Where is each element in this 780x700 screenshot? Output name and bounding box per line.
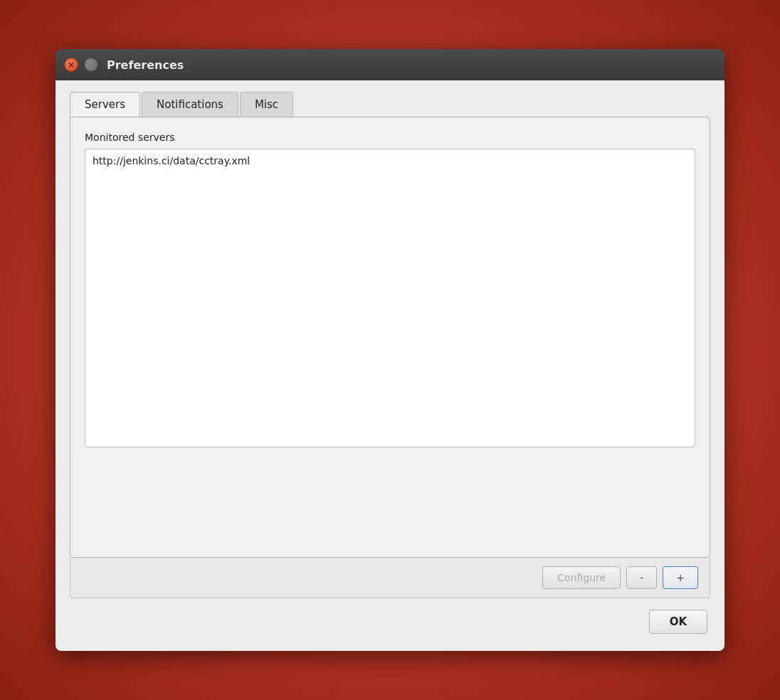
minimize-button[interactable]: [84, 58, 98, 72]
window-body: Servers Notifications Misc Monitored ser…: [56, 80, 724, 651]
add-button[interactable]: +: [663, 566, 698, 589]
configure-button[interactable]: Configure: [542, 566, 621, 589]
window-title: Preferences: [107, 58, 184, 72]
tab-content-servers: Monitored servers: [70, 117, 710, 558]
tab-servers[interactable]: Servers: [70, 92, 140, 117]
titlebar: × Preferences: [56, 49, 724, 80]
action-buttons-bar: Configure - +: [70, 558, 710, 598]
tabs-bar: Servers Notifications Misc: [70, 92, 710, 117]
ok-bar: OK: [70, 598, 710, 637]
ok-button[interactable]: OK: [649, 610, 707, 634]
preferences-window: × Preferences Servers Notifications Misc…: [56, 49, 724, 651]
servers-textarea[interactable]: [85, 149, 695, 447]
close-button[interactable]: ×: [64, 58, 78, 72]
remove-button[interactable]: -: [626, 566, 657, 589]
tab-notifications[interactable]: Notifications: [142, 92, 238, 117]
monitored-servers-label: Monitored servers: [85, 132, 695, 143]
tab-misc[interactable]: Misc: [240, 92, 293, 117]
